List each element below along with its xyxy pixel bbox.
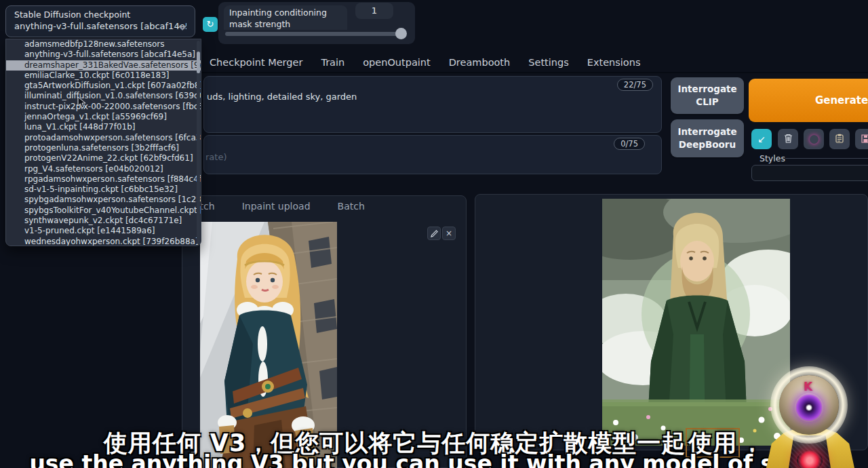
prompt-token-counter: 22/75 bbox=[617, 79, 653, 91]
img2img-subtabs: etchInpaint uploadBatch bbox=[194, 201, 365, 212]
main-tab-bar: Checkpoint MergerTrainopenOutpaintDreamb… bbox=[201, 53, 868, 73]
refresh-checkpoints-button[interactable]: ↻ bbox=[203, 17, 218, 32]
checkpoint-option[interactable]: spybgsToolkitFor_v40YoutubeChannel.ckpt … bbox=[6, 206, 201, 216]
styles-dropdown[interactable] bbox=[751, 165, 868, 181]
interrogate-clip-label-2: CLIP bbox=[671, 96, 744, 109]
prompt-textarea[interactable]: 22/75 uds, lighting, detailed sky, garde… bbox=[203, 76, 662, 133]
img2img-subtab[interactable]: Batch bbox=[338, 201, 365, 212]
mouse-cursor-icon bbox=[77, 96, 86, 109]
checkpoint-option[interactable]: illuminati_diffusion_v1.0.safetensors [6… bbox=[6, 91, 201, 101]
generated-image-man[interactable] bbox=[602, 199, 790, 446]
main-tab[interactable]: Settings bbox=[528, 57, 568, 68]
paste-generation-params-button[interactable]: ↙ bbox=[751, 129, 772, 149]
checkpoint-option[interactable]: instruct-pix2pix-00-22000.safetensors [f… bbox=[6, 102, 201, 112]
main-tab[interactable]: Extensions bbox=[587, 57, 641, 68]
checkpoint-option[interactable]: protoadamsohwxperson.safetensors [6fca38… bbox=[6, 133, 201, 143]
generate-button[interactable]: Generate bbox=[749, 79, 868, 122]
refresh-icon: ↻ bbox=[207, 19, 214, 29]
interrogate-clip-label-1: Interrogate bbox=[671, 83, 744, 96]
subtitle-english: use the anything V3 but you can use it w… bbox=[0, 450, 868, 468]
avatar-chest-orb bbox=[797, 450, 823, 468]
interrogate-deepbooru-label-2: DeepBooru bbox=[671, 138, 744, 151]
remove-image-button[interactable]: × bbox=[442, 227, 456, 240]
checkpoint-option[interactable]: synthwavepunk_v2.ckpt [dc4c67171e] bbox=[6, 216, 201, 226]
checkpoint-select-value: anything-v3-full.safetensors [abcaf14e5a… bbox=[14, 21, 186, 31]
checkpoint-option[interactable]: luna_V1.ckpt [448d77f01b] bbox=[6, 122, 201, 132]
generate-label: Generate bbox=[815, 94, 868, 106]
save-icon bbox=[861, 133, 868, 146]
prompt-text: uds, lighting, detailed sky, garden bbox=[207, 92, 357, 102]
clipboard-icon bbox=[835, 133, 844, 146]
img2img-subtab[interactable]: Inpaint upload bbox=[242, 201, 311, 212]
apply-style-button[interactable] bbox=[829, 129, 850, 149]
checkpoint-option[interactable]: spybgadamsohwxperson.safetensors [1c2320… bbox=[6, 195, 201, 205]
clear-prompt-button[interactable] bbox=[778, 129, 798, 149]
checkpoint-option[interactable]: wednesdayohwxperson.ckpt [739f26b88a] bbox=[6, 237, 201, 246]
checkpoint-option[interactable]: protogenluna.safetensors [3b2fffacf6] bbox=[6, 143, 201, 153]
mask-strength-slider-handle[interactable] bbox=[395, 28, 407, 39]
dropdown-scrollbar-thumb[interactable] bbox=[197, 52, 200, 73]
avatar-letter: K bbox=[804, 380, 812, 393]
checkpoint-select-label: Stable Diffusion checkpoint bbox=[14, 9, 186, 20]
mask-strength-slider[interactable] bbox=[225, 32, 403, 36]
interrogate-deepbooru-label-1: Interrogate bbox=[671, 125, 744, 138]
mask-strength-label: Inpainting conditioning mask strength bbox=[224, 5, 347, 30]
edit-image-button[interactable] bbox=[427, 227, 441, 240]
negative-token-counter: 0/75 bbox=[614, 138, 645, 150]
checkpoint-option[interactable]: adamsmedbfp128new.safetensors bbox=[6, 39, 201, 50]
trash-icon bbox=[784, 133, 793, 146]
extra-networks-icon bbox=[810, 135, 818, 144]
stable-diffusion-webui: etchInpaint uploadBatch bbox=[0, 0, 868, 468]
checkpoint-option[interactable]: dreamshaper_331BakedVae.safetensors [9e9… bbox=[6, 60, 201, 71]
avatar-eye-icon bbox=[795, 393, 823, 422]
checkpoint-option[interactable]: sd-v1-5-inpainting.ckpt [c6bbc15e32] bbox=[6, 184, 201, 195]
checkpoint-option[interactable]: v1-5-pruned.ckpt [e1441589a6] bbox=[6, 226, 201, 236]
styles-label: Styles bbox=[760, 153, 785, 163]
checkpoint-option[interactable]: anything-v3-full.safetensors [abcaf14e5a… bbox=[6, 50, 201, 60]
checkpoint-dropdown-list: adamsmedbfp128new.safetensorsanything-v3… bbox=[5, 39, 201, 246]
extra-networks-button[interactable] bbox=[804, 129, 824, 149]
checkpoint-option[interactable]: jennaOrtega_v1.ckpt [a55969cf69] bbox=[6, 112, 201, 122]
styles-fieldset-line bbox=[785, 158, 868, 159]
checkpoint-option[interactable]: gta5ArtworkDiffusion_v1.ckpt [607aa02fb8… bbox=[6, 81, 201, 91]
main-tab[interactable]: Train bbox=[321, 57, 344, 68]
negative-prompt-placeholder: rate) bbox=[205, 152, 226, 162]
checkpoint-option[interactable]: rpg_V4.safetensors [e04b020012] bbox=[6, 164, 201, 174]
checkpoint-option[interactable]: rpgadamsohwxperson.safetensors [f884c4ff… bbox=[6, 174, 201, 184]
main-tab[interactable]: openOutpaint bbox=[363, 57, 430, 68]
checkpoint-option[interactable]: emiliaClarke_10.ckpt [6c0118e183] bbox=[6, 71, 201, 81]
save-style-button[interactable] bbox=[855, 129, 868, 149]
main-tab[interactable]: Dreambooth bbox=[449, 57, 511, 68]
interrogate-deepbooru-button[interactable]: Interrogate DeepBooru bbox=[671, 119, 744, 157]
negative-prompt-textarea[interactable]: 0/75 rate) bbox=[203, 135, 662, 174]
mask-strength-value-input[interactable]: 1 bbox=[355, 3, 393, 19]
interrogate-clip-button[interactable]: Interrogate CLIP bbox=[671, 77, 744, 114]
checkpoint-select[interactable]: Stable Diffusion checkpoint anything-v3-… bbox=[5, 5, 195, 37]
main-tab[interactable]: Checkpoint Merger bbox=[210, 57, 302, 68]
arrow-down-left-icon: ↙ bbox=[757, 134, 766, 144]
checkpoint-option[interactable]: protogenV22Anime_22.ckpt [62bf9cfd61] bbox=[6, 153, 201, 163]
